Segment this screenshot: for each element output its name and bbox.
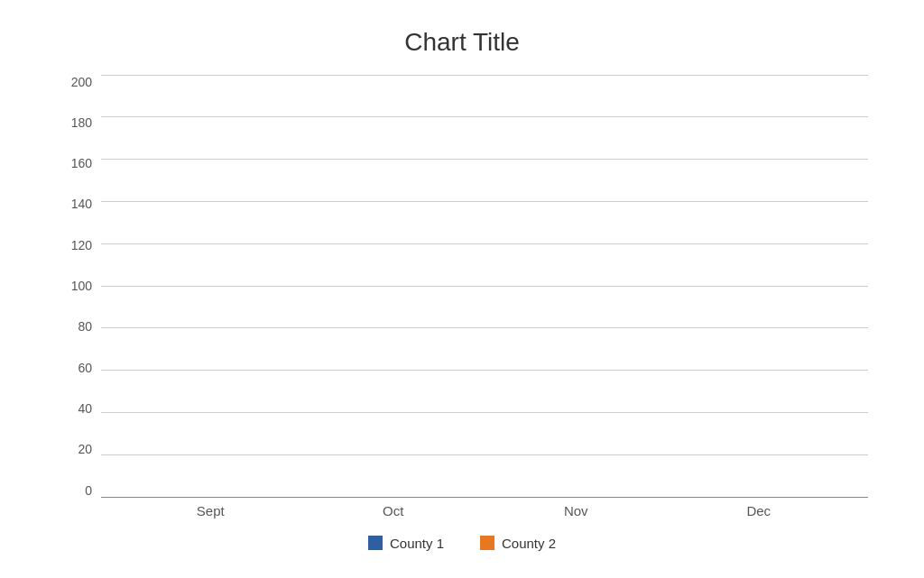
y-axis-label: 80 bbox=[78, 319, 92, 334]
y-axis-label: 200 bbox=[71, 75, 92, 89]
chart-area: 020406080100120140160180200 SeptOctNovDe… bbox=[56, 75, 868, 525]
y-axis: 020406080100120140160180200 bbox=[56, 75, 101, 525]
grid-and-bars: SeptOctNovDec bbox=[101, 75, 868, 525]
county2-swatch bbox=[480, 536, 494, 550]
y-axis-label: 40 bbox=[78, 401, 92, 416]
chart-title: Chart Title bbox=[404, 28, 520, 57]
y-axis-label: 0 bbox=[85, 483, 92, 498]
y-axis-label: 20 bbox=[78, 442, 92, 456]
y-axis-label: 160 bbox=[71, 156, 92, 170]
legend-item-county2: County 2 bbox=[480, 536, 556, 551]
chart-body: SeptOctNovDec bbox=[101, 75, 868, 525]
y-axis-label: 60 bbox=[78, 361, 92, 375]
legend: County 1 County 2 bbox=[368, 536, 556, 551]
bars-area bbox=[101, 75, 868, 498]
legend-item-county1: County 1 bbox=[368, 536, 444, 551]
x-axis-label: Oct bbox=[337, 498, 450, 525]
y-axis-label: 140 bbox=[71, 197, 92, 211]
y-axis-label: 120 bbox=[71, 238, 92, 252]
x-axis-label: Sept bbox=[153, 498, 267, 525]
chart-container: Chart Title 020406080100120140160180200 … bbox=[56, 28, 868, 551]
county1-swatch bbox=[368, 536, 383, 550]
y-axis-label: 180 bbox=[71, 115, 92, 130]
x-axis-label: Nov bbox=[519, 498, 633, 525]
x-axis-label: Dec bbox=[702, 498, 816, 525]
x-axis: SeptOctNovDec bbox=[101, 498, 868, 525]
county2-label: County 2 bbox=[502, 536, 556, 551]
county1-label: County 1 bbox=[390, 536, 444, 551]
y-axis-label: 100 bbox=[71, 279, 92, 293]
